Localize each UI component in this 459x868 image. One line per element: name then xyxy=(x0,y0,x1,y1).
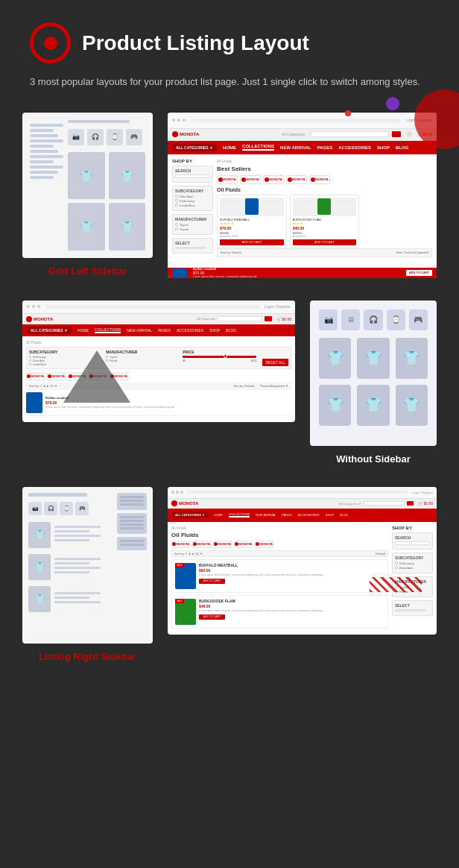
ws-headphone-icon: 🖥 xyxy=(341,309,360,330)
header-icon xyxy=(30,22,71,63)
rs-checkbox-2 xyxy=(395,566,398,569)
gamepad-icon-box: 🎮 xyxy=(126,129,142,145)
lrs-camera-icon: 📷 xyxy=(28,502,42,515)
rs-add-cart-1[interactable]: ADD TO CART xyxy=(199,579,225,584)
select-filter: SELECT xyxy=(172,238,213,254)
lrs-sidebar-line-1 xyxy=(120,496,144,498)
lrs-sidebar-line-4 xyxy=(120,516,144,518)
rs-sort-bar: Sort by: 1 ◄ ► 10 ▼ Default xyxy=(171,550,388,557)
nav-shop: SHOP xyxy=(377,145,390,150)
subcategory-filter: SUBCATEGORY Deca Auto Embossing LeaderNu… xyxy=(172,186,213,211)
mono-logo-circle xyxy=(172,131,178,137)
lrs-product-info-1 xyxy=(54,526,113,544)
lrs-info-line-2 xyxy=(54,530,89,532)
brand-3: MONOTA xyxy=(263,175,284,184)
brand-4: MONOTA xyxy=(286,175,307,184)
checkbox-label-3: LeaderNum xyxy=(180,204,195,207)
filter-check-3: LeaderNum xyxy=(175,204,210,207)
rs-product-card-2: SALE BURGOOOEK FLAM $48.00 Lorem ipsum d… xyxy=(171,595,388,629)
lrs-info-line-4 xyxy=(54,539,89,541)
grid-left-label-wrapper: Grid Left Sidebar xyxy=(22,265,153,277)
nav-collections: COLLECTIONS xyxy=(242,144,274,151)
rs-add-cart-label-1: ADD TO CART xyxy=(203,579,221,582)
rs-url-bar: Login / Register xyxy=(168,487,437,499)
mono-search-button xyxy=(392,131,401,137)
rs-sidebar-title: SHOP BY xyxy=(392,526,433,530)
nav-accessories: ACCESSORIES xyxy=(338,145,371,150)
grid-left-card[interactable]: 📷 🎧 ⌚ 🎮 👕 👕 👕 👕 xyxy=(22,113,153,258)
product-img-2 xyxy=(293,198,357,216)
add-to-cart-label-1: ADD TO CART xyxy=(241,240,262,244)
ws-product-6: 👕 xyxy=(396,385,428,426)
without-sidebar-section: 📷 🖥 🎧 ⌚ 🎮 👕 👕 👕 👕 👕 👕 xyxy=(310,301,437,465)
mono-logo-text: MONOTA xyxy=(180,132,199,136)
products-grid: BUFFALO MEATBALL $70.00 $89.00 Available… xyxy=(217,195,432,248)
tf-product-img-1 xyxy=(26,392,42,413)
tf-logo: MONOTA xyxy=(26,316,53,322)
rs-product-name-1: BUFFALO MEATBALL xyxy=(199,563,384,567)
lrs-sidebar-line-5 xyxy=(120,520,144,522)
mono-sidebar: SHOP BY SEARCH SUBCATEGORY Deca Auto xyxy=(172,159,213,260)
lrs-sidebar xyxy=(117,493,147,638)
tf-reset-button[interactable]: RESET ALL xyxy=(262,359,288,366)
rs-product-img-wrapper-2: SALE xyxy=(175,599,196,625)
monota-grid-screenshot[interactable]: Login / Register MONOTA All Categories ♡… xyxy=(168,113,437,278)
bg-triangle xyxy=(63,350,130,403)
mono-dot xyxy=(172,119,175,122)
lrs-info-line-1 xyxy=(54,526,101,528)
price-min: $0 xyxy=(183,359,186,362)
nav-blog: BLOG xyxy=(396,145,408,150)
without-sidebar-card[interactable]: 📷 🖥 🎧 ⌚ 🎮 👕 👕 👕 👕 👕 👕 xyxy=(310,301,437,446)
rs-add-cart-2[interactable]: ADD TO CART xyxy=(199,614,225,620)
ws-product-3: 👕 xyxy=(396,338,428,379)
product-price-1: $70.00 xyxy=(220,226,284,230)
tf-label-1: Embossing xyxy=(33,356,45,359)
bottom-add-to-cart[interactable]: ADD TO CART xyxy=(406,270,432,276)
sidebar-line xyxy=(30,150,58,153)
brand-5: MONOTA xyxy=(309,175,330,184)
filter-check-1: Deca Auto xyxy=(175,195,210,198)
lrs-info-line-8 xyxy=(54,571,89,573)
rs-subcategory-filter: SUBCATEGORY Embossing Deca Auto xyxy=(392,553,433,573)
filter-check-2: Embossing xyxy=(175,199,210,203)
add-to-cart-1[interactable]: ADD TO CART xyxy=(220,239,284,245)
listing-right-card[interactable]: 📷 🎧 ⌚ 🎮 👕 xyxy=(22,487,153,644)
add-to-cart-2[interactable]: ADD TO CART xyxy=(293,239,357,245)
bottom-add-to-cart-label: ADD TO CART xyxy=(409,271,429,274)
bg-dot-red xyxy=(345,110,351,116)
lrs-watch-icon: ⌚ xyxy=(60,502,73,515)
lrs-product-row-3: 👕 xyxy=(28,586,113,612)
lrs-product-row-2: 👕 xyxy=(28,554,113,580)
rs-product-info-1: BUFFALO MEATBALL $90.00 Lorem ipsum dolo… xyxy=(199,563,384,589)
sidebar-line xyxy=(30,171,58,174)
tf-reset-wrapper: RESET ALL xyxy=(259,350,288,366)
sidebar-col xyxy=(30,120,63,251)
product-name-2: BURGOOOEK FLAM xyxy=(293,218,357,221)
camera-icon-box: 📷 xyxy=(68,129,84,145)
view-text: View: Product Expanded xyxy=(396,251,428,254)
mono-body: SHOP BY SEARCH SUBCATEGORY Deca Auto xyxy=(168,154,437,265)
mono-main-content: All Fluids Best Sellers MONOTA MONOTA MO… xyxy=(217,159,432,260)
lrs-sidebar-line-6 xyxy=(120,523,144,526)
section-title: Best Sellers xyxy=(217,166,432,172)
lrs-icons-row: 📷 🎧 ⌚ 🎮 xyxy=(28,502,113,515)
manufacturer-title: MANUFACTURER xyxy=(175,217,210,221)
listing-right-label-wrapper: Listing Right Sidebar xyxy=(22,651,153,662)
lrs-sidebar-block-3 xyxy=(117,537,147,550)
filter-mfr-2: Honda xyxy=(175,227,210,231)
main-col: 📷 🎧 ⌚ 🎮 👕 👕 👕 👕 xyxy=(68,120,145,251)
rs-filter-check-2: Deca Auto xyxy=(395,566,430,570)
subcategory-title: SUBCATEGORY xyxy=(175,189,210,193)
bottom-product-desc: Lorem ipsum dolor sit amet, consectetur … xyxy=(193,275,400,278)
tf-product-desc-1: Lorem ipsum dolor sit amet, consectetur … xyxy=(45,406,291,409)
rs-brand-1: MONOTA xyxy=(171,541,190,548)
lrs-gamepad-icon: 🎮 xyxy=(75,502,89,515)
ws-product-2: 👕 xyxy=(357,338,389,379)
mono-bottom-bar: Buffalo meatball $70.00 Lorem ipsum dolo… xyxy=(168,268,437,278)
rs-sale-badge-2: SALE xyxy=(175,599,184,603)
lrs-info-line-7 xyxy=(54,567,101,569)
rs-brand-2: MONOTA xyxy=(192,541,211,548)
lrs-product-img-3: 👕 xyxy=(28,586,51,612)
monota-right-sidebar-screenshot[interactable]: Login / Register MONOTA All Categories ▼… xyxy=(168,487,437,635)
tf-label-3: LeaderNum xyxy=(33,363,46,366)
